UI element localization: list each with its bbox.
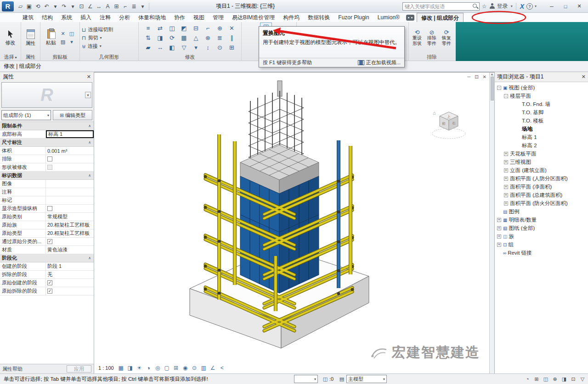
property-value[interactable]: 无 (46, 271, 94, 278)
revit-logo[interactable]: R (2, 1, 14, 11)
help-dropdown-icon[interactable]: ▾ (534, 2, 537, 11)
drawing-area[interactable]: ─ ⊡ ✕ (94, 72, 489, 373)
tree-item[interactable]: - 楼层平面 (495, 92, 588, 100)
exclude-parts-button[interactable]: ⊘ 排除 零件 (425, 29, 438, 47)
properties-button[interactable]: 属性 (24, 28, 37, 48)
preview-dropdown-icon[interactable]: ▾ (85, 92, 91, 98)
tree-expander[interactable]: + (504, 201, 508, 206)
tree-expander[interactable]: - (497, 86, 501, 90)
default-3d-view-icon[interactable]: ⊞ (113, 2, 120, 11)
save-icon[interactable]: ▣ (25, 2, 33, 11)
panel-label-properties[interactable]: 属性 (21, 54, 40, 61)
tree-item[interactable]: + 立面 (建筑立面) (495, 166, 588, 174)
rotate-icon[interactable]: ⟳ (167, 33, 178, 43)
active-workset-icon[interactable]: ▤ (338, 375, 345, 383)
paste-button[interactable]: 粘贴 (45, 28, 57, 47)
modify-dropdown-icon[interactable]: ▾ (191, 43, 202, 52)
tree-item[interactable]: ∞ Revit 链接 (495, 249, 588, 257)
cut-button[interactable]: ⊓ 剪切 ▾ (82, 34, 136, 41)
properties-help-link[interactable]: 属性帮助 (2, 366, 23, 373)
express-tools-icon[interactable] (406, 15, 414, 21)
align-icon[interactable]: ≡ (143, 24, 154, 33)
ribbon-tab[interactable]: 易达BIM造价管理 (228, 13, 279, 22)
panel-label-geometry[interactable]: 几何图形 (80, 54, 138, 61)
tree-item[interactable]: + 面积平面 (防火分区面积) (495, 199, 588, 207)
redo-dropdown-icon[interactable]: ▾ (69, 2, 77, 11)
split-icon[interactable]: ⊟ (191, 24, 202, 33)
view-cube[interactable]: ⌂ 上 前 右 (432, 110, 465, 139)
measure-icon[interactable]: ∠ (86, 2, 94, 11)
show-constraints-icon[interactable]: ∠ (209, 364, 217, 372)
property-row[interactable]: 形状被修改 (0, 163, 94, 172)
split-gap-icon[interactable]: ∥ (226, 33, 237, 43)
view-minimize-icon[interactable]: ─ (467, 74, 470, 79)
tree-item[interactable]: - ▣ 视图 (全部) (495, 83, 588, 92)
ribbon-tab[interactable]: Lumion® (373, 13, 404, 22)
match-type-icon[interactable]: ▨ (59, 39, 67, 45)
property-value[interactable]: 20.框架柱工艺样板 (46, 229, 94, 237)
temporary-view-properties-icon[interactable]: ▥ (200, 364, 208, 372)
property-value[interactable]: 20.框架柱工艺样板 (46, 221, 94, 229)
select-links-icon[interactable]: ⊞ (533, 375, 540, 383)
visual-style-icon[interactable]: ◨ (126, 364, 134, 372)
property-row[interactable]: 底部标高 标高 1 (0, 130, 94, 139)
property-value[interactable]: 标高 1 (46, 130, 94, 138)
property-row[interactable]: 原始拆除的阶段 (0, 287, 94, 295)
ribbon-tab[interactable]: 系统 (57, 13, 76, 22)
copy-icon[interactable]: ◫ (68, 30, 75, 37)
checkbox[interactable] (47, 289, 52, 294)
tree-item[interactable]: + 面积平面 (总建筑面积) (495, 191, 588, 199)
paste-dropdown-icon[interactable]: ▾ (68, 39, 75, 45)
tree-expander[interactable]: + (497, 243, 501, 247)
property-value[interactable] (46, 188, 94, 196)
ribbon-tab[interactable]: 分析 (115, 13, 134, 22)
panel-label-clipboard[interactable]: 剪贴板 (40, 54, 79, 61)
help-search[interactable] (402, 2, 480, 11)
exchange-apps-icon[interactable]: X (519, 3, 526, 10)
ribbon-tab[interactable]: 数据转换 (304, 13, 334, 22)
reset-shape-button[interactable]: ⟲ 重设 形状 (411, 29, 424, 47)
checkbox[interactable] (47, 165, 52, 170)
copy-element-icon[interactable]: ◨ (155, 33, 166, 43)
tree-item[interactable]: + ◫ 族 (495, 232, 588, 240)
viewport-scrollbar[interactable]: ▲ (489, 72, 494, 373)
tree-expander[interactable]: - (504, 94, 508, 98)
sun-path-icon[interactable]: ☀ (136, 364, 143, 372)
drag-on-selection-icon[interactable]: ⊡ (570, 375, 577, 383)
scrollbar-thumb[interactable] (491, 77, 494, 100)
tree-item[interactable]: T.O. Fnd. 墙 (495, 100, 588, 108)
tree-expander[interactable]: + (504, 177, 508, 181)
background-icon[interactable]: ⊙ (215, 43, 226, 52)
property-row[interactable]: 通过原始分类的... (0, 238, 94, 246)
view-close-icon[interactable]: ✕ (483, 74, 486, 79)
section-icon[interactable]: ⌐ (121, 2, 129, 11)
tree-expander[interactable]: + (497, 226, 501, 230)
reveal-hidden-elements-icon[interactable]: ⊙ (191, 364, 198, 372)
property-row[interactable]: 排除 (0, 155, 94, 163)
property-value[interactable] (46, 238, 94, 245)
property-row[interactable]: 注释 (0, 188, 94, 196)
property-row[interactable]: 体积 0.001 m³ (0, 147, 94, 155)
select-underlay-icon[interactable]: ◫ (542, 375, 549, 383)
property-value[interactable]: 0.001 m³ (46, 147, 94, 155)
scale-button[interactable]: 1 : 100 (96, 365, 116, 371)
apply-button[interactable]: 应用 (67, 365, 91, 373)
join-button[interactable]: ⊎ 连接 ▾ (82, 43, 136, 50)
tree-item[interactable]: 场地 (495, 125, 588, 133)
tree-item[interactable]: 标高 1 (495, 133, 588, 141)
ribbon-tab[interactable]: 视图 (189, 13, 209, 22)
tree-item[interactable]: + ▧ 图纸 (全部) (495, 224, 588, 232)
search-input[interactable] (402, 2, 480, 11)
property-value[interactable] (46, 180, 94, 188)
property-row[interactable]: 阶段化 (0, 254, 94, 262)
close-icon[interactable]: ✕ (582, 74, 586, 80)
property-row[interactable]: 标记 (0, 196, 94, 205)
property-row[interactable]: 限制条件 (0, 122, 94, 130)
ribbon-tab[interactable]: 结构 (38, 13, 57, 22)
scroll-left-arrow[interactable]: < (218, 364, 226, 372)
checkbox[interactable] (47, 156, 52, 161)
scale-icon[interactable]: △ (191, 33, 202, 43)
ribbon-tab[interactable]: 体量和场地 (134, 13, 170, 22)
cut-icon[interactable]: ✕ (59, 30, 67, 37)
property-row[interactable]: 原始族 20.框架柱工艺样板 (0, 221, 94, 229)
